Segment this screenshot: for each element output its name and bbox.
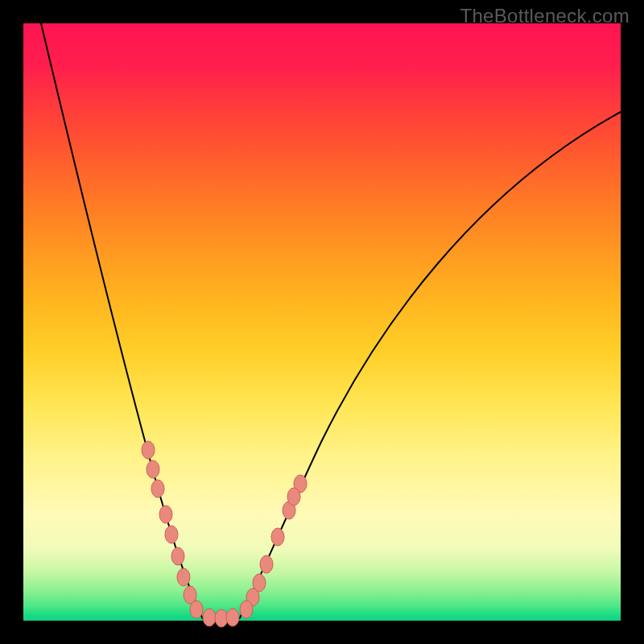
marker-group xyxy=(142,441,307,627)
plot-area xyxy=(23,23,621,621)
marker-left xyxy=(147,460,159,478)
curve-right-branch xyxy=(239,112,621,619)
marker-left xyxy=(159,506,172,523)
marker-right xyxy=(260,555,273,573)
chart-svg xyxy=(23,23,621,621)
marker-left xyxy=(190,601,203,618)
marker-right xyxy=(287,488,300,506)
marker-left xyxy=(165,526,178,543)
marker-left xyxy=(177,568,190,586)
marker-bottom xyxy=(203,609,216,626)
marker-left xyxy=(171,547,184,565)
marker-right xyxy=(271,528,284,546)
marker-left xyxy=(142,441,155,459)
marker-right xyxy=(240,601,253,618)
curve-left-branch xyxy=(41,23,203,619)
marker-left xyxy=(151,480,164,497)
marker-bottom xyxy=(226,609,239,626)
